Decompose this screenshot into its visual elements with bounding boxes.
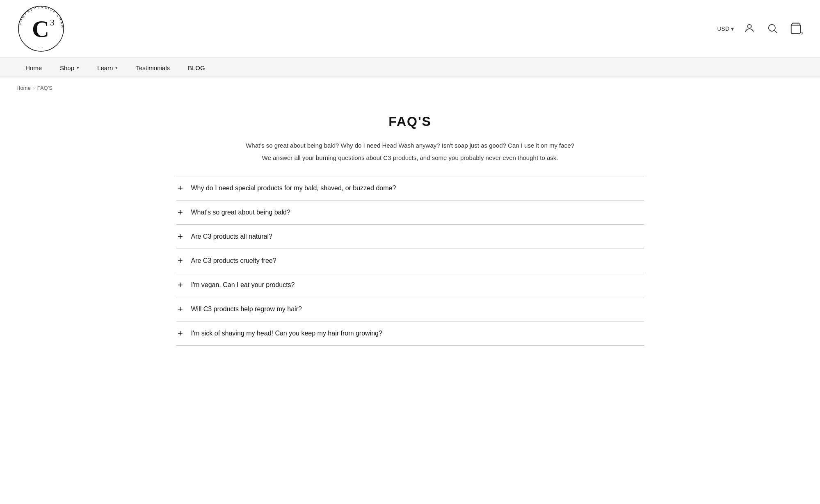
currency-selector[interactable]: USD ▾ <box>717 25 734 32</box>
faq-item-6[interactable]: + I'm sick of shaving my head! Can you k… <box>176 322 644 346</box>
faq-item-4[interactable]: + I'm vegan. Can I eat your products? <box>176 273 644 297</box>
cart-icon-wrapper: 0 <box>790 22 802 34</box>
nav-item-home[interactable]: Home <box>16 58 51 78</box>
nav-item-learn[interactable]: Learn ▾ <box>88 58 127 78</box>
nav-item-shop[interactable]: Shop ▾ <box>51 58 88 78</box>
page-title: FAQ'S <box>176 114 644 129</box>
svg-point-5 <box>747 24 751 28</box>
page-subtitle2: We answer all your burning questions abo… <box>176 153 644 163</box>
faq-question-2: Are C3 products all natural? <box>191 233 272 240</box>
main-nav: Home Shop ▾ Learn ▾ Testimonials BLOG <box>0 58 820 78</box>
logo[interactable]: COMPREHENSIVE CRANIUM CARE · · C 3 <box>16 4 66 53</box>
faq-item-2[interactable]: + Are C3 products all natural? <box>176 225 644 249</box>
faq-item-1[interactable]: + What's so great about being bald? <box>176 201 644 225</box>
shop-chevron-icon: ▾ <box>77 65 79 71</box>
faq-plus-icon-0: + <box>176 184 185 193</box>
faq-question-1: What's so great about being bald? <box>191 209 290 216</box>
svg-point-6 <box>769 24 775 31</box>
logo-image: COMPREHENSIVE CRANIUM CARE · · C 3 <box>16 4 66 53</box>
learn-chevron-icon: ▾ <box>115 65 118 71</box>
faq-item-5[interactable]: + Will C3 products help regrow my hair? <box>176 297 644 322</box>
faq-plus-icon-2: + <box>176 232 185 241</box>
breadcrumb-current: FAQ'S <box>37 85 53 91</box>
faq-list: + Why do I need special products for my … <box>176 176 644 346</box>
faq-plus-icon-6: + <box>176 329 185 338</box>
faq-item-0[interactable]: + Why do I need special products for my … <box>176 176 644 201</box>
faq-question-6: I'm sick of shaving my head! Can you kee… <box>191 330 382 337</box>
main-content: FAQ'S What's so great about being bald? … <box>144 98 677 370</box>
currency-label: USD <box>717 25 729 32</box>
search-button[interactable] <box>765 21 780 37</box>
breadcrumb-home[interactable]: Home <box>16 85 31 91</box>
cart-count: 0 <box>801 31 803 35</box>
currency-chevron: ▾ <box>731 25 734 32</box>
faq-question-0: Why do I need special products for my ba… <box>191 185 396 192</box>
svg-text:3: 3 <box>50 17 55 27</box>
nav-list: Home Shop ▾ Learn ▾ Testimonials BLOG <box>16 58 804 78</box>
faq-item-3[interactable]: + Are C3 products cruelty free? <box>176 249 644 273</box>
faq-plus-icon-3: + <box>176 256 185 265</box>
cart-button[interactable]: 0 <box>788 21 804 37</box>
svg-text:· ·: · · <box>39 46 43 49</box>
breadcrumb: Home › FAQ'S <box>0 78 820 98</box>
faq-plus-icon-5: + <box>176 305 185 314</box>
breadcrumb-separator: › <box>33 85 35 91</box>
user-account-button[interactable] <box>742 21 757 37</box>
faq-plus-icon-4: + <box>176 281 185 290</box>
faq-question-3: Are C3 products cruelty free? <box>191 257 276 265</box>
faq-question-4: I'm vegan. Can I eat your products? <box>191 281 295 289</box>
page-subtitle1: What's so great about being bald? Why do… <box>176 141 644 151</box>
nav-item-testimonials[interactable]: Testimonials <box>127 58 179 78</box>
site-header: COMPREHENSIVE CRANIUM CARE · · C 3 USD ▾ <box>0 0 820 58</box>
faq-question-5: Will C3 products help regrow my hair? <box>191 306 302 313</box>
nav-item-blog[interactable]: BLOG <box>179 58 214 78</box>
faq-plus-icon-1: + <box>176 208 185 217</box>
svg-text:C: C <box>32 16 49 42</box>
header-icons: USD ▾ 0 <box>717 21 804 37</box>
svg-line-7 <box>774 30 777 33</box>
